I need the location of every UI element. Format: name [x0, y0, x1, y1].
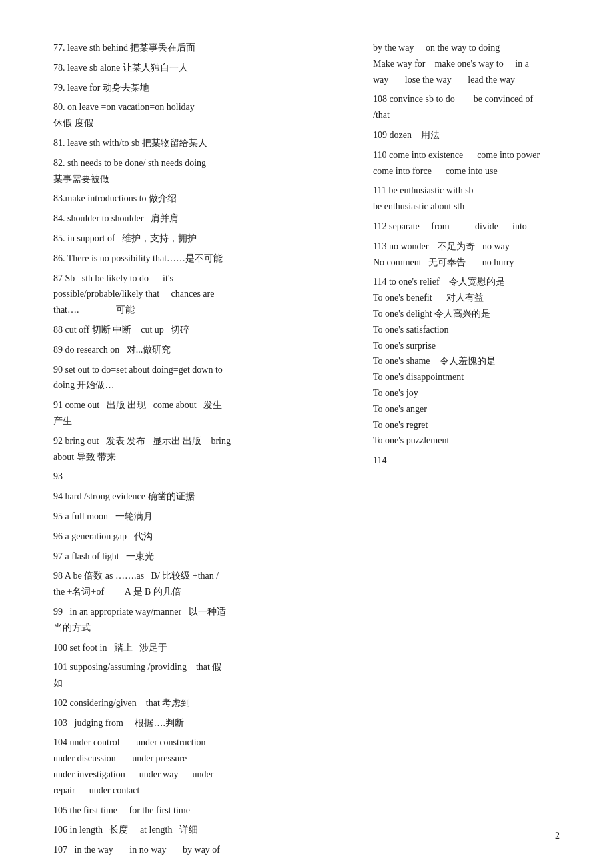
- entry-100: 100 set foot in 踏上 涉足于: [53, 640, 346, 656]
- entry-109: 109 dozen 用法: [373, 127, 560, 143]
- entry-90: 90 set out to do=set about doing=get dow…: [53, 362, 346, 394]
- entry-104: 104 under control under constructionunde…: [53, 735, 346, 798]
- entry-78: 78. leave sb alone 让某人独自一人: [53, 60, 346, 76]
- entry-103: 103 judging from 根据….判断: [53, 715, 346, 731]
- entry-105: 105 the first time for the first time: [53, 803, 346, 819]
- entry-84: 84. shoulder to shoulder 肩并肩: [53, 211, 346, 227]
- entry-92: 92 bring out 发表 发布 显示出 出版 bringabout 导致 …: [53, 433, 346, 465]
- entry-80: 80. on leave =on vacation=on holiday休假 度…: [53, 99, 346, 131]
- entry-101: 101 supposing/assuming /providing that 假…: [53, 659, 346, 691]
- entry-85: 85. in support of 维护，支持，拥护: [53, 231, 346, 247]
- entry-94: 94 hard /strong evidence 确凿的证据: [53, 489, 346, 505]
- entry-89: 89 do research on 对...做研究: [53, 342, 346, 358]
- entry-107: 107 in the way in no way by way of: [53, 842, 346, 858]
- entry-96: 96 a generation gap 代沟: [53, 529, 346, 545]
- left-column: 77. leave sth behind 把某事丢在后面 78. leave s…: [53, 40, 346, 862]
- entry-113: 113 no wonder 不足为奇 no wayNo comment 无可奉告…: [373, 239, 560, 271]
- entry-83: 83.make introductions to 做介绍: [53, 191, 346, 207]
- entry-114b: 114: [373, 453, 560, 469]
- entry-112: 112 separate from divide into: [373, 219, 560, 235]
- entry-111: 111 be enthusiastic with sbbe enthusiast…: [373, 183, 560, 215]
- entry-108: 108 convince sb to do be convinced of/th…: [373, 91, 560, 123]
- entry-98: 98 A be 倍数 as …….as B/ 比较级 +than /the +名…: [53, 568, 346, 600]
- page-number: 2: [555, 831, 560, 841]
- entry-106: 106 in length 长度 at length 详细: [53, 822, 346, 838]
- entry-102: 102 considering/given that 考虑到: [53, 695, 346, 711]
- entry-82: 82. sth needs to be done/ sth needs doin…: [53, 155, 346, 187]
- entry-95: 95 a full moon 一轮满月: [53, 509, 346, 525]
- entry-77: 77. leave sth behind 把某事丢在后面: [53, 40, 346, 56]
- entry-110: 110 come into existence come into powerc…: [373, 147, 560, 179]
- entry-93: 93: [53, 469, 346, 485]
- entry-88: 88 cut off 切断 中断 cut up 切碎: [53, 322, 346, 338]
- main-content: 77. leave sth behind 把某事丢在后面 78. leave s…: [53, 40, 560, 862]
- entry-91: 91 come out 出版 出现 come about 发生产生: [53, 397, 346, 429]
- entry-81: 81. leave sth with/to sb 把某物留给某人: [53, 135, 346, 151]
- right-column: by the way on the way to doingMake way f…: [373, 40, 560, 862]
- entry-86: 86. There is no possibility that……是不可能: [53, 251, 346, 267]
- entry-97: 97 a flash of light 一束光: [53, 549, 346, 565]
- entry-99: 99 in an appropriate way/manner 以一种适当的方式: [53, 604, 346, 636]
- entry-114: 114 to one's relief 令人宽慰的是To one's benef…: [373, 274, 560, 449]
- entry-79: 79. leave for 动身去某地: [53, 80, 346, 96]
- right-wayphrases: by the way on the way to doingMake way f…: [373, 40, 560, 87]
- entry-87: 87 Sb sth be likely to do it'spossible/p…: [53, 271, 346, 318]
